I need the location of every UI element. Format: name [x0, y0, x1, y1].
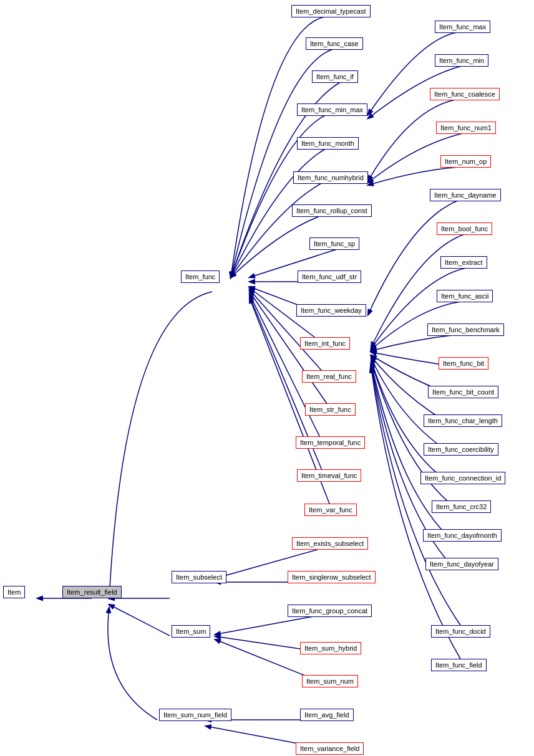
- node-item-func-weekday: Item_func_weekday: [296, 304, 366, 317]
- node-item-subselect: Item_subselect: [172, 571, 226, 583]
- node-item-result-field: Item_result_field: [62, 586, 122, 598]
- node-item-func-min: Item_func_min: [435, 54, 488, 67]
- node-item-func-benchmark: Item_func_benchmark: [427, 323, 504, 336]
- node-item-func-min-max: Item_func_min_max: [297, 103, 367, 116]
- node-item-func-dayofmonth: Item_func_dayofmonth: [423, 529, 502, 542]
- node-item-exists-subselect: Item_exists_subselect: [292, 537, 368, 550]
- node-item-sum-num-field: Item_sum_num_field: [159, 709, 231, 721]
- node-item-func-ascii: Item_func_ascii: [437, 290, 493, 302]
- node-item-sum: Item_sum: [172, 625, 210, 638]
- node-item-func: Item_func: [181, 270, 220, 283]
- node-item-func-rollup-const: Item_func_rollup_const: [292, 204, 372, 217]
- node-item-func-numhybrid: Item_func_numhybrid: [293, 171, 368, 184]
- node-item-timeval-func: Item_timeval_func: [297, 469, 361, 482]
- node-item-func-crc32: Item_func_crc32: [432, 500, 491, 513]
- node-item-str-func: Item_str_func: [305, 403, 356, 416]
- arrows-svg: [0, 0, 534, 756]
- node-item-num-op: Item_num_op: [440, 155, 491, 168]
- node-item-func-docid: Item_func_docid: [431, 625, 490, 638]
- node-item-decimal-typecast: Item_decimal_typecast: [291, 5, 371, 17]
- node-item-sum-hybrid: Item_sum_hybrid: [300, 642, 361, 654]
- node-item-func-char-length: Item_func_char_length: [424, 414, 502, 427]
- node-item-func-connection-id: Item_func_connection_id: [420, 472, 505, 484]
- node-item-func-group-concat: Item_func_group_concat: [288, 605, 372, 617]
- node-item: Item: [3, 586, 25, 598]
- node-item-singlerow-subselect: Item_singlerow_subselect: [288, 571, 376, 583]
- node-item-real-func: Item_real_func: [302, 370, 356, 383]
- node-item-avg-field: Item_avg_field: [300, 709, 354, 721]
- node-item-func-if: Item_func_if: [312, 70, 358, 83]
- node-item-func-coalesce: Item_func_coalesce: [430, 88, 500, 100]
- node-item-func-num1: Item_func_num1: [436, 122, 496, 134]
- node-item-func-dayname: Item_func_dayname: [430, 189, 501, 201]
- node-item-func-field: Item_func_field: [431, 659, 487, 671]
- node-item-func-max: Item_func_max: [435, 21, 490, 33]
- node-item-func-coercibility: Item_func_coercibility: [424, 443, 498, 456]
- node-item-sum-num: Item_sum_num: [302, 675, 358, 687]
- node-item-func-bit: Item_func_bit: [439, 357, 488, 370]
- node-item-int-func: Item_int_func: [300, 337, 350, 350]
- node-item-func-bit-count: Item_func_bit_count: [428, 386, 498, 398]
- node-item-bool-func: Item_bool_func: [437, 222, 492, 235]
- node-item-func-case: Item_func_case: [306, 37, 363, 50]
- node-item-temporal-func: Item_temporal_func: [296, 436, 365, 449]
- node-item-extract: Item_extract: [440, 256, 487, 269]
- node-item-variance-field: Item_variance_field: [296, 742, 364, 755]
- node-item-func-udf-str: Item_func_udf_str: [298, 270, 361, 283]
- node-item-var-func: Item_var_func: [304, 504, 357, 516]
- diagram-container: Item_decimal_typecast Item_func_case Ite…: [0, 0, 534, 756]
- node-item-func-sp: Item_func_sp: [309, 237, 359, 250]
- node-item-func-dayofyear: Item_func_dayofyear: [425, 558, 498, 570]
- node-item-func-month: Item_func_month: [297, 137, 359, 150]
